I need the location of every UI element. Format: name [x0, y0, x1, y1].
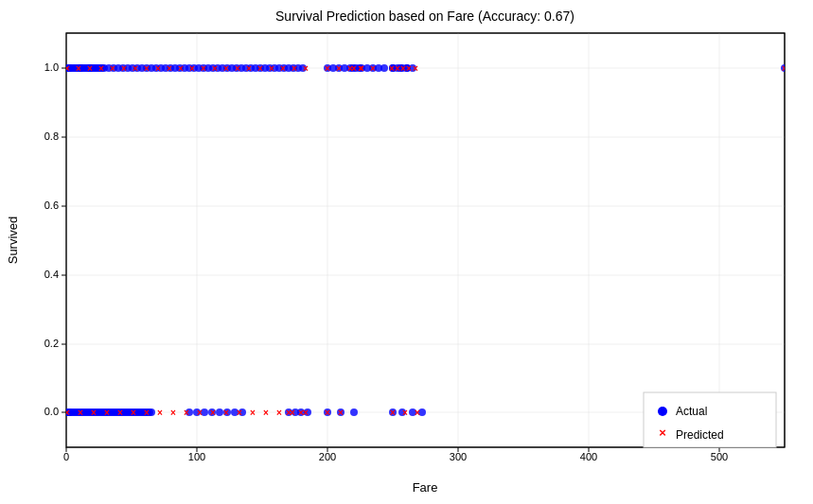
x-tick-5: 500 [711, 451, 728, 462]
svg-text:×: × [201, 63, 206, 74]
chart-title: Survival Prediction based on Fare (Accur… [275, 9, 574, 24]
svg-text:×: × [276, 408, 282, 418]
svg-text:×: × [167, 63, 172, 74]
svg-text:×: × [351, 63, 357, 74]
svg-text:×: × [184, 408, 189, 418]
svg-text:×: × [298, 408, 304, 418]
chart-container: Survival Prediction based on Fare (Accur… [0, 0, 813, 504]
svg-text:×: × [170, 408, 176, 418]
svg-text:×: × [76, 63, 81, 74]
legend-predicted-icon: × [659, 426, 666, 440]
svg-text:×: × [157, 408, 163, 418]
svg-text:×: × [144, 408, 150, 418]
legend-predicted-label: Predicted [676, 428, 724, 442]
svg-text:×: × [303, 63, 309, 74]
svg-text:×: × [237, 408, 242, 418]
svg-text:×: × [110, 63, 115, 74]
svg-text:×: × [155, 63, 161, 74]
svg-point-101 [380, 64, 388, 72]
svg-text:×: × [197, 408, 203, 418]
svg-text:×: × [415, 408, 420, 418]
svg-text:×: × [212, 63, 218, 74]
y-tick-5: 1.0 [44, 61, 59, 73]
svg-text:×: × [235, 63, 240, 74]
svg-text:×: × [336, 63, 342, 74]
svg-text:×: × [98, 63, 104, 74]
legend-actual-label: Actual [676, 405, 707, 418]
svg-text:×: × [250, 408, 256, 418]
svg-text:×: × [358, 63, 363, 74]
svg-text:×: × [286, 408, 292, 418]
x-tick-2: 200 [319, 451, 336, 462]
y-tick-2: 0.4 [44, 269, 59, 280]
x-tick-0: 0 [63, 451, 69, 462]
svg-text:×: × [370, 63, 376, 74]
svg-text:×: × [402, 408, 408, 418]
svg-text:×: × [280, 63, 286, 74]
svg-text:×: × [91, 408, 97, 418]
svg-text:×: × [413, 63, 418, 74]
svg-text:×: × [325, 408, 330, 418]
plot-background [66, 33, 785, 447]
y-tick-0: 0.0 [44, 406, 59, 417]
y-tick-4: 0.8 [44, 130, 59, 142]
svg-text:×: × [406, 63, 412, 74]
svg-text:×: × [263, 408, 269, 418]
svg-text:×: × [390, 408, 396, 418]
y-tick-3: 0.6 [44, 200, 59, 211]
svg-text:×: × [223, 63, 229, 74]
svg-text:×: × [292, 63, 297, 74]
svg-text:×: × [189, 63, 195, 74]
svg-text:×: × [269, 63, 274, 74]
svg-text:×: × [144, 63, 150, 74]
y-tick-1: 0.2 [44, 338, 59, 349]
svg-text:×: × [104, 408, 110, 418]
svg-text:×: × [303, 408, 309, 418]
svg-text:×: × [223, 408, 229, 418]
svg-text:×: × [87, 63, 93, 74]
svg-text:×: × [246, 63, 252, 74]
x-tick-3: 300 [450, 451, 467, 462]
svg-text:×: × [117, 408, 123, 418]
legend-actual-icon [658, 407, 667, 416]
svg-text:×: × [133, 63, 138, 74]
svg-text:×: × [257, 63, 263, 74]
svg-text:×: × [210, 408, 216, 418]
svg-text:×: × [78, 408, 83, 418]
svg-text:×: × [338, 408, 344, 418]
y-axis-label: Survived [6, 217, 20, 265]
svg-point-163 [216, 408, 223, 416]
svg-point-173 [350, 408, 358, 416]
x-axis-label: Fare [413, 480, 438, 495]
svg-text:×: × [131, 408, 136, 418]
x-tick-4: 400 [580, 451, 597, 462]
x-tick-1: 100 [188, 451, 205, 462]
svg-text:×: × [121, 63, 127, 74]
svg-text:×: × [325, 63, 330, 74]
scatter-chart: Survival Prediction based on Fare (Accur… [0, 0, 813, 504]
svg-text:×: × [178, 63, 184, 74]
